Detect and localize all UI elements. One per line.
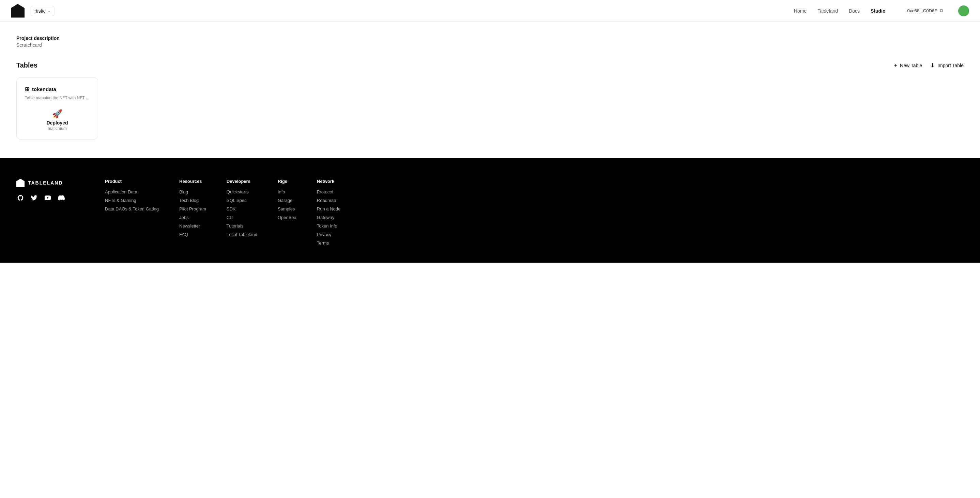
footer-link-gateway[interactable]: Gateway bbox=[317, 215, 340, 220]
footer-logo: TABLELAND bbox=[16, 179, 78, 187]
main-nav: Home Tableland Docs Studio 0xe68...C0D6F… bbox=[794, 5, 969, 16]
twitter-icon[interactable] bbox=[30, 194, 38, 202]
footer-logo-mark bbox=[16, 179, 24, 187]
table-card-name: ⊞ tokendata bbox=[25, 86, 90, 93]
footer-col-developers: Developers Quickstarts SQL Spec SDK CLI … bbox=[227, 179, 257, 249]
footer-col-resources: Resources Blog Tech Blog Pilot Program J… bbox=[179, 179, 206, 249]
footer-link-run-a-node[interactable]: Run a Node bbox=[317, 206, 340, 211]
footer-col-product-heading: Product bbox=[105, 179, 159, 184]
import-table-label: Import Table bbox=[937, 63, 964, 68]
footer-link-cli[interactable]: CLI bbox=[227, 215, 257, 220]
project-name: rtistic bbox=[34, 8, 46, 14]
footer-social bbox=[16, 194, 78, 202]
table-name: tokendata bbox=[32, 86, 56, 92]
nav-docs[interactable]: Docs bbox=[849, 8, 860, 14]
table-grid-icon: ⊞ bbox=[25, 86, 29, 93]
import-table-button[interactable]: ⬇ Import Table bbox=[930, 62, 964, 69]
footer-link-privacy[interactable]: Privacy bbox=[317, 232, 340, 237]
copy-icon[interactable]: ⧉ bbox=[940, 8, 943, 14]
site-footer: TABLELAND Product Appl bbox=[0, 158, 980, 263]
footer-col-product: Product Application Data NFTs & Gaming D… bbox=[105, 179, 159, 249]
footer-link-token-info[interactable]: Token Info bbox=[317, 223, 340, 228]
footer-link-faq[interactable]: FAQ bbox=[179, 232, 206, 237]
footer-link-jobs[interactable]: Jobs bbox=[179, 215, 206, 220]
footer-link-samples[interactable]: Samples bbox=[278, 206, 296, 211]
footer-link-sdk[interactable]: SDK bbox=[227, 206, 257, 211]
footer-link-newsletter[interactable]: Newsletter bbox=[179, 223, 206, 228]
footer-link-tutorials[interactable]: Tutorials bbox=[227, 223, 257, 228]
footer-link-terms[interactable]: Terms bbox=[317, 241, 340, 246]
nav-studio[interactable]: Studio bbox=[870, 8, 886, 14]
nav-home[interactable]: Home bbox=[794, 8, 807, 14]
footer-col-resources-heading: Resources bbox=[179, 179, 206, 184]
footer-columns: Product Application Data NFTs & Gaming D… bbox=[105, 179, 964, 249]
wallet-address-text: 0xe68...C0D6F bbox=[907, 8, 937, 13]
footer-col-rigs: Rigs Info Garage Samples OpenSea bbox=[278, 179, 296, 249]
footer-link-tech-blog[interactable]: Tech Blog bbox=[179, 198, 206, 203]
header-left: rtistic ⌄ bbox=[11, 4, 794, 18]
table-status: 🚀 Deployed maticmum bbox=[25, 109, 90, 131]
nav-tableland[interactable]: Tableland bbox=[818, 8, 838, 14]
avatar[interactable] bbox=[958, 5, 969, 16]
footer-link-application-data[interactable]: Application Data bbox=[105, 189, 159, 195]
footer-link-protocol[interactable]: Protocol bbox=[317, 189, 340, 195]
footer-link-sql-spec[interactable]: SQL Spec bbox=[227, 198, 257, 203]
footer-link-info[interactable]: Info bbox=[278, 189, 296, 195]
footer-link-roadmap[interactable]: Roadmap bbox=[317, 198, 340, 203]
youtube-icon[interactable] bbox=[44, 194, 52, 202]
project-description-section: Project description Scratchcard bbox=[16, 35, 964, 48]
table-description: Table mapping the NFT with NFT ... bbox=[25, 95, 90, 101]
footer-logo-text: TABLELAND bbox=[28, 180, 63, 185]
footer-link-quickstarts[interactable]: Quickstarts bbox=[227, 189, 257, 195]
wallet-address-display: 0xe68...C0D6F ⧉ bbox=[907, 8, 943, 14]
new-table-button[interactable]: + New Table bbox=[894, 62, 922, 69]
tables-actions: + New Table ⬇ Import Table bbox=[894, 62, 964, 69]
footer-link-garage[interactable]: Garage bbox=[278, 198, 296, 203]
plus-icon: + bbox=[894, 62, 897, 69]
table-card[interactable]: ⊞ tokendata Table mapping the NFT with N… bbox=[16, 77, 98, 139]
project-selector[interactable]: rtistic ⌄ bbox=[30, 6, 55, 16]
footer-link-blog[interactable]: Blog bbox=[179, 189, 206, 195]
footer-col-rigs-heading: Rigs bbox=[278, 179, 296, 184]
footer-link-pilot-program[interactable]: Pilot Program bbox=[179, 206, 206, 211]
footer-brand: TABLELAND bbox=[16, 179, 78, 249]
project-description-value: Scratchcard bbox=[16, 42, 964, 48]
project-description-label: Project description bbox=[16, 35, 964, 41]
tables-title: Tables bbox=[16, 61, 38, 69]
footer-link-local-tableland[interactable]: Local Tableland bbox=[227, 232, 257, 237]
footer-col-network: Network Protocol Roadmap Run a Node Gate… bbox=[317, 179, 340, 249]
github-icon[interactable] bbox=[16, 194, 24, 202]
tables-header: Tables + New Table ⬇ Import Table bbox=[16, 61, 964, 69]
deployed-network: maticmum bbox=[25, 126, 90, 131]
deployed-label: Deployed bbox=[25, 120, 90, 126]
footer-link-opensea[interactable]: OpenSea bbox=[278, 215, 296, 220]
footer-top: TABLELAND Product Appl bbox=[16, 179, 964, 249]
chevron-down-icon: ⌄ bbox=[48, 9, 51, 13]
rocket-icon: 🚀 bbox=[25, 109, 90, 119]
footer-link-nfts-gaming[interactable]: NFTs & Gaming bbox=[105, 198, 159, 203]
footer-col-network-heading: Network bbox=[317, 179, 340, 184]
footer-col-developers-heading: Developers bbox=[227, 179, 257, 184]
app-header: rtistic ⌄ Home Tableland Docs Studio 0xe… bbox=[0, 0, 980, 22]
new-table-label: New Table bbox=[900, 63, 922, 68]
import-icon: ⬇ bbox=[930, 62, 935, 69]
app-logo bbox=[11, 4, 24, 18]
main-content: Project description Scratchcard Tables +… bbox=[0, 22, 980, 158]
discord-icon[interactable] bbox=[57, 194, 65, 202]
footer-link-data-daos[interactable]: Data DAOs & Token Gating bbox=[105, 206, 159, 211]
